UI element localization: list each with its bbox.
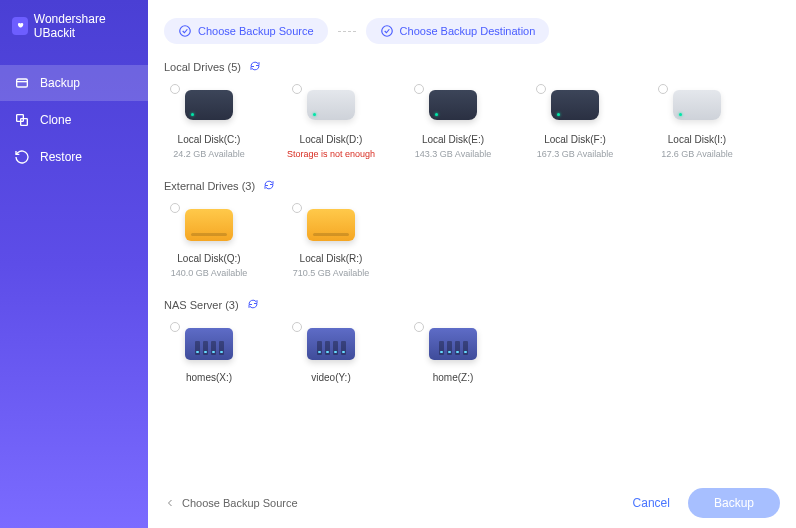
footer-hint-row: Choose Backup Source <box>164 497 298 509</box>
refresh-icon[interactable] <box>249 60 261 74</box>
refresh-icon[interactable] <box>263 179 275 193</box>
backup-icon <box>14 75 30 91</box>
app-logo-row: Wondershare UBackit <box>0 0 148 52</box>
drive-subtext: Storage is not enough <box>287 149 375 159</box>
drive-item[interactable]: Local Disk(F:)167.3 GB Available <box>530 84 620 159</box>
drive-name: Local Disk(C:) <box>178 134 241 145</box>
drive-radio[interactable] <box>170 203 180 213</box>
section-local-title: Local Drives (5) <box>164 61 241 73</box>
footer-hint: Choose Backup Source <box>182 497 298 509</box>
drive-item[interactable]: Local Disk(D:)Storage is not enough <box>286 84 376 159</box>
step-destination[interactable]: Choose Backup Destination <box>366 18 550 44</box>
drive-name: Local Disk(Q:) <box>177 253 240 264</box>
sidebar-item-clone[interactable]: Clone <box>0 102 148 138</box>
drive-radio[interactable] <box>536 84 546 94</box>
clone-icon <box>14 112 30 128</box>
sidebar-item-label: Restore <box>40 150 82 164</box>
drive-radio[interactable] <box>414 84 424 94</box>
local-drives-grid: Local Disk(C:)24.2 GB AvailableLocal Dis… <box>164 84 780 159</box>
external-drives-grid: Local Disk(Q:)140.0 GB AvailableLocal Di… <box>164 203 780 278</box>
drive-radio[interactable] <box>292 322 302 332</box>
section-external-title-row: External Drives (3) <box>164 179 780 193</box>
section-local-title-row: Local Drives (5) <box>164 60 780 74</box>
svg-rect-0 <box>17 79 28 87</box>
drive-subtext: 143.3 GB Available <box>415 149 491 159</box>
step-separator <box>338 31 356 32</box>
drive-item[interactable]: Local Disk(E:)143.3 GB Available <box>408 84 498 159</box>
local-drive-icon <box>673 90 721 126</box>
content-scroll[interactable]: Local Drives (5) Local Disk(C:)24.2 GB A… <box>164 56 780 480</box>
nas-drive-icon <box>307 328 355 364</box>
drive-name: Local Disk(I:) <box>668 134 726 145</box>
drive-item[interactable]: homes(X:) <box>164 322 254 383</box>
drive-subtext: 24.2 GB Available <box>173 149 244 159</box>
drive-item[interactable]: Local Disk(Q:)140.0 GB Available <box>164 203 254 278</box>
section-nas-title: NAS Server (3) <box>164 299 239 311</box>
drive-item[interactable]: home(Z:) <box>408 322 498 383</box>
drive-name: Local Disk(R:) <box>300 253 363 264</box>
drive-name: Local Disk(E:) <box>422 134 484 145</box>
svg-point-19 <box>381 26 392 37</box>
ext-drive-icon <box>185 209 233 245</box>
drive-name: Local Disk(D:) <box>300 134 363 145</box>
drive-radio[interactable] <box>170 322 180 332</box>
svg-point-18 <box>180 26 191 37</box>
sidebar-item-label: Clone <box>40 113 71 127</box>
drive-radio[interactable] <box>292 84 302 94</box>
drive-radio[interactable] <box>292 203 302 213</box>
app-title: Wondershare UBackit <box>34 12 136 40</box>
cancel-button[interactable]: Cancel <box>633 496 670 510</box>
drive-name: homes(X:) <box>186 372 232 383</box>
steps-row: Choose Backup Source Choose Backup Desti… <box>148 0 796 52</box>
app-logo-icon <box>12 17 28 35</box>
nas-drive-icon <box>429 328 477 364</box>
footer-actions: Cancel Backup <box>633 488 780 518</box>
drive-subtext: 140.0 GB Available <box>171 268 247 278</box>
sidebar-item-restore[interactable]: Restore <box>0 139 148 175</box>
footer: Choose Backup Source Cancel Backup <box>164 488 780 518</box>
nas-drive-icon <box>185 328 233 364</box>
drive-name: home(Z:) <box>433 372 474 383</box>
step-destination-label: Choose Backup Destination <box>400 25 536 37</box>
drive-radio[interactable] <box>658 84 668 94</box>
drive-subtext: 710.5 GB Available <box>293 268 369 278</box>
drive-subtext: 12.6 GB Available <box>661 149 732 159</box>
chevron-left-icon <box>164 497 176 509</box>
drive-radio[interactable] <box>414 322 424 332</box>
main: Choose Backup Source Choose Backup Desti… <box>148 0 796 528</box>
step-source[interactable]: Choose Backup Source <box>164 18 328 44</box>
section-external-title: External Drives (3) <box>164 180 255 192</box>
sidebar-item-backup[interactable]: Backup <box>0 65 148 101</box>
local-drive-icon <box>307 90 355 126</box>
sidebar: Wondershare UBackit Backup Clone Restore <box>0 0 148 528</box>
drive-radio[interactable] <box>170 84 180 94</box>
drive-item[interactable]: video(Y:) <box>286 322 376 383</box>
drive-item[interactable]: Local Disk(R:)710.5 GB Available <box>286 203 376 278</box>
section-nas-title-row: NAS Server (3) <box>164 298 780 312</box>
backup-button[interactable]: Backup <box>688 488 780 518</box>
drive-subtext: 167.3 GB Available <box>537 149 613 159</box>
step-source-label: Choose Backup Source <box>198 25 314 37</box>
sidebar-item-label: Backup <box>40 76 80 90</box>
local-drive-icon <box>429 90 477 126</box>
local-drive-icon <box>551 90 599 126</box>
ext-drive-icon <box>307 209 355 245</box>
nas-drives-grid: homes(X:)video(Y:)home(Z:) <box>164 322 780 383</box>
drive-item[interactable]: Local Disk(C:)24.2 GB Available <box>164 84 254 159</box>
drive-name: video(Y:) <box>311 372 350 383</box>
drive-name: Local Disk(F:) <box>544 134 606 145</box>
drive-item[interactable]: Local Disk(I:)12.6 GB Available <box>652 84 742 159</box>
restore-icon <box>14 149 30 165</box>
local-drive-icon <box>185 90 233 126</box>
refresh-icon[interactable] <box>247 298 259 312</box>
